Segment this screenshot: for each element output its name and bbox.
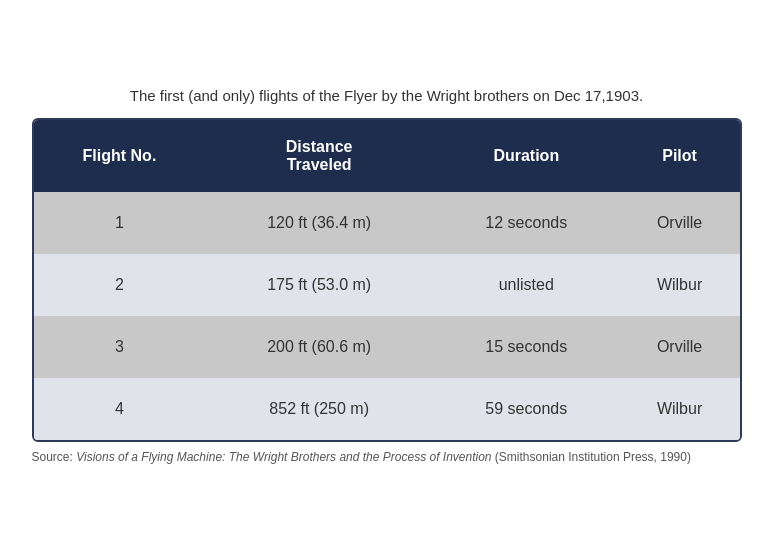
flights-table: Flight No. DistanceTraveled Duration Pil… xyxy=(34,120,740,440)
col-header-pilot: Pilot xyxy=(620,120,740,192)
cell-flight: 1 xyxy=(34,192,206,254)
cell-pilot: Orville xyxy=(620,192,740,254)
cell-duration: 12 seconds xyxy=(433,192,620,254)
cell-distance: 175 ft (53.0 m) xyxy=(205,254,432,316)
col-header-distance: DistanceTraveled xyxy=(205,120,432,192)
table-header-row: Flight No. DistanceTraveled Duration Pil… xyxy=(34,120,740,192)
col-header-duration: Duration xyxy=(433,120,620,192)
outer-container: The first (and only) flights of the Flye… xyxy=(32,87,742,464)
cell-duration: unlisted xyxy=(433,254,620,316)
cell-pilot: Wilbur xyxy=(620,254,740,316)
cell-duration: 59 seconds xyxy=(433,378,620,440)
source-book-title: Visions of a Flying Machine: The Wright … xyxy=(76,450,491,464)
table-row: 1120 ft (36.4 m)12 secondsOrville xyxy=(34,192,740,254)
cell-pilot: Orville xyxy=(620,316,740,378)
table-wrapper: Flight No. DistanceTraveled Duration Pil… xyxy=(32,118,742,442)
table-row: 3200 ft (60.6 m)15 secondsOrville xyxy=(34,316,740,378)
col-header-flight: Flight No. xyxy=(34,120,206,192)
source-label: Source: xyxy=(32,450,77,464)
table-row: 4852 ft (250 m)59 secondsWilbur xyxy=(34,378,740,440)
page-title: The first (and only) flights of the Flye… xyxy=(130,87,643,104)
cell-distance: 120 ft (36.4 m) xyxy=(205,192,432,254)
cell-flight: 3 xyxy=(34,316,206,378)
cell-distance: 200 ft (60.6 m) xyxy=(205,316,432,378)
cell-distance: 852 ft (250 m) xyxy=(205,378,432,440)
cell-flight: 4 xyxy=(34,378,206,440)
cell-pilot: Wilbur xyxy=(620,378,740,440)
cell-duration: 15 seconds xyxy=(433,316,620,378)
cell-flight: 2 xyxy=(34,254,206,316)
source-publisher: (Smithsonian Institution Press, 1990) xyxy=(492,450,691,464)
source-citation: Source: Visions of a Flying Machine: The… xyxy=(32,450,742,464)
table-row: 2175 ft (53.0 m)unlistedWilbur xyxy=(34,254,740,316)
